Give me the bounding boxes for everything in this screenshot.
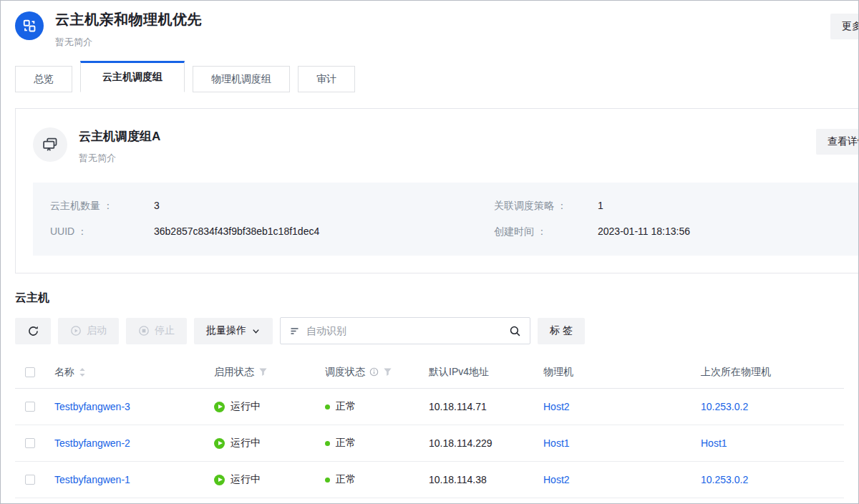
- select-all-checkbox[interactable]: [25, 367, 35, 377]
- vm-name-link[interactable]: Testbyfangwen-2: [54, 437, 130, 449]
- col-sched-state: 调度状态: [325, 366, 365, 379]
- normal-dot-icon: [325, 404, 330, 410]
- field-value: 36b2857c834f43f9bf38eb1c18f1dec4: [154, 226, 319, 238]
- page-subtitle: 暂无简介: [55, 36, 202, 49]
- col-power-state: 启用状态: [214, 366, 254, 379]
- vm-table: 名称 启用状态 调度状态: [15, 356, 844, 498]
- scheduling-group-avatar: [15, 11, 44, 40]
- tag-button[interactable]: 标 签: [538, 318, 585, 344]
- vm-toolbar: 启动 停止 批量操作 标 签: [15, 317, 844, 344]
- host-link[interactable]: Host2: [543, 401, 570, 412]
- more-button[interactable]: 更多: [830, 14, 859, 39]
- field-value: 1: [598, 200, 603, 213]
- power-state-label: 运行中: [230, 400, 261, 413]
- running-icon: [214, 402, 225, 412]
- group-subtitle: 暂无简介: [79, 152, 160, 165]
- filter-funnel-icon[interactable]: [258, 367, 268, 377]
- info-icon[interactable]: [369, 367, 379, 377]
- col-host: 物理机: [533, 366, 691, 379]
- group-info-strip: 云主机数量 ： 3 关联调度策略 ： 1 UUID ： 36b2857c834f…: [33, 183, 859, 256]
- start-button[interactable]: 启动: [58, 318, 119, 344]
- vm-section-title: 云主机: [15, 291, 858, 306]
- tab-bar: 总览 云主机调度组 物理机调度组 审计: [15, 61, 858, 92]
- page-title: 云主机亲和物理机优先: [55, 10, 202, 29]
- tab-host-scheduling-group[interactable]: 物理机调度组: [193, 66, 290, 92]
- sched-state-label: 正常: [336, 400, 356, 413]
- table-row: Testbyfangwen-3 运行中 正常 10.18.114.71 Host…: [15, 389, 844, 425]
- search-icon[interactable]: [509, 325, 521, 337]
- normal-dot-icon: [325, 441, 330, 446]
- running-icon: [214, 438, 225, 449]
- scheduling-group-card: 云主机调度组A 暂无简介 查看详情 云主机数量 ： 3 关联调度策略 ： 1 U…: [15, 108, 859, 273]
- table-header-row: 名称 启用状态 调度状态: [15, 356, 844, 389]
- table-row: Testbyfangwen-1 运行中 正常 10.18.114.38 Host…: [15, 462, 844, 498]
- batch-actions-button[interactable]: 批量操作: [194, 318, 273, 344]
- batch-label: 批量操作: [206, 324, 246, 337]
- field-value: 2023-01-11 18:13:56: [598, 226, 690, 238]
- vm-group-avatar: [33, 127, 67, 162]
- col-last-host: 上次所在物理机: [691, 366, 844, 379]
- row-checkbox[interactable]: [25, 475, 35, 485]
- tab-vm-scheduling-group[interactable]: 云主机调度组: [80, 61, 185, 92]
- col-ip: 默认IPv4地址: [419, 366, 533, 379]
- last-host-link[interactable]: 10.253.0.2: [701, 474, 748, 485]
- field-vm-count: 云主机数量 ： 3: [50, 200, 494, 213]
- row-checkbox[interactable]: [25, 402, 35, 412]
- field-label: 创建时间 ：: [494, 226, 598, 238]
- vm-name-link[interactable]: Testbyfangwen-1: [54, 474, 130, 485]
- sort-icon[interactable]: [79, 367, 86, 377]
- table-row: Testbyfangwen-2 运行中 正常 10.18.114.229 Hos…: [15, 425, 844, 462]
- last-host-link[interactable]: Host1: [701, 437, 727, 449]
- power-state-label: 运行中: [230, 473, 261, 486]
- monitor-icon: [41, 135, 59, 154]
- play-circle-icon: [70, 325, 82, 336]
- ip-value: 10.18.114.229: [419, 437, 533, 449]
- field-value: 3: [154, 200, 160, 213]
- power-state-label: 运行中: [230, 437, 261, 450]
- stop-button[interactable]: 停止: [126, 318, 187, 344]
- view-details-button[interactable]: 查看详情: [816, 129, 859, 155]
- search-box[interactable]: [280, 317, 530, 344]
- filter-lines-icon: [289, 326, 300, 336]
- ip-value: 10.18.114.71: [419, 401, 533, 412]
- field-label: UUID ：: [50, 226, 154, 238]
- field-label: 云主机数量 ：: [50, 200, 154, 213]
- search-input[interactable]: [306, 325, 503, 336]
- group-title: 云主机调度组A: [79, 128, 160, 145]
- field-policy-count: 关联调度策略 ： 1: [494, 200, 853, 213]
- page-header: 云主机亲和物理机优先 暂无简介 更多: [15, 10, 858, 49]
- field-label: 关联调度策略 ：: [494, 200, 598, 213]
- tab-audit[interactable]: 审计: [298, 66, 355, 92]
- group-icon: [21, 18, 37, 34]
- start-label: 启动: [87, 324, 107, 337]
- host-link[interactable]: Host2: [543, 474, 570, 485]
- refresh-button[interactable]: [15, 318, 51, 344]
- running-icon: [214, 475, 225, 485]
- chevron-down-icon: [251, 326, 261, 336]
- filter-funnel-icon[interactable]: [383, 367, 392, 377]
- refresh-icon: [27, 325, 39, 337]
- last-host-link[interactable]: 10.253.0.2: [701, 401, 748, 412]
- col-name: 名称: [54, 366, 74, 379]
- tab-overview[interactable]: 总览: [15, 66, 72, 92]
- sched-state-label: 正常: [336, 473, 356, 486]
- normal-dot-icon: [325, 478, 330, 483]
- host-link[interactable]: Host1: [543, 437, 570, 449]
- field-uuid: UUID ： 36b2857c834f43f9bf38eb1c18f1dec4: [50, 226, 494, 238]
- vm-name-link[interactable]: Testbyfangwen-3: [54, 401, 130, 412]
- field-create-time: 创建时间 ： 2023-01-11 18:13:56: [494, 226, 853, 238]
- ip-value: 10.18.114.38: [419, 474, 533, 485]
- row-checkbox[interactable]: [25, 438, 35, 448]
- sched-state-label: 正常: [336, 437, 356, 450]
- stop-circle-icon: [138, 325, 150, 336]
- stop-label: 停止: [155, 324, 175, 337]
